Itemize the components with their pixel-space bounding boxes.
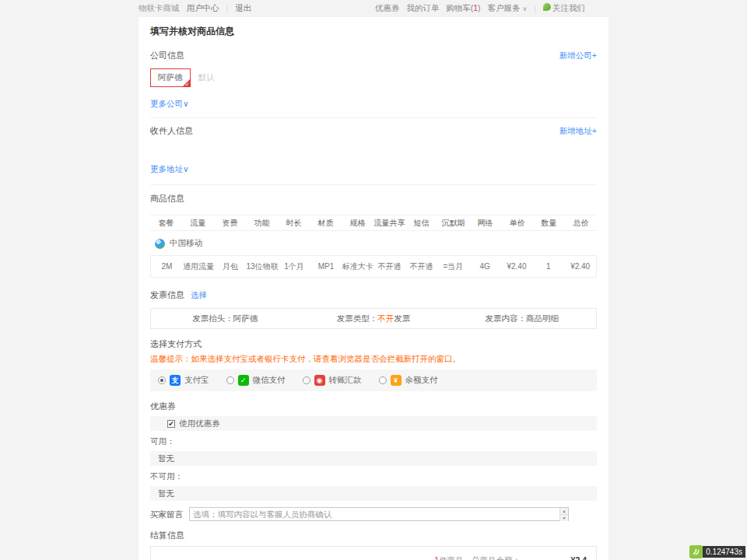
use-coupon-checkbox[interactable]: ✔	[167, 420, 175, 428]
page-title: 填写并核对商品信息	[150, 25, 597, 38]
topbar-divider-2: |	[534, 4, 536, 13]
cart-link[interactable]: 购物车(1)	[446, 3, 480, 14]
wechat-pay-icon: ✓	[238, 375, 249, 386]
company-name: 阿萨德	[158, 72, 183, 82]
coupon-unavailable-label: 不可用：	[150, 471, 597, 482]
invoice-section-label: 发票信息	[150, 289, 184, 301]
address-empty-area	[150, 137, 597, 164]
follow-us-link[interactable]: 关注我们	[543, 3, 585, 14]
invoice-type: 发票类型：不开发票	[300, 313, 448, 324]
more-addresses-link[interactable]: 更多地址∨	[150, 164, 189, 173]
coupon-section-label: 优惠券	[150, 401, 597, 412]
brand-link[interactable]: 物联卡商城	[139, 3, 180, 14]
debug-trace[interactable]: 0.124743s	[689, 545, 745, 558]
payment-option-label: 转账汇款	[329, 375, 362, 386]
payment-option-alipay[interactable]: 支 支付宝	[158, 375, 209, 386]
my-orders-link[interactable]: 我的订单	[406, 3, 439, 14]
coupon-link[interactable]: 优惠券	[375, 3, 400, 14]
user-center-link[interactable]: 用户中心	[187, 3, 219, 14]
chevron-down-icon: ∨	[522, 5, 527, 12]
product-row: 2M通用流量月包13位物联1个月MP1标准大卡不开通不开通=当月4G¥2.401…	[150, 255, 597, 278]
follow-icon	[543, 3, 551, 11]
spinner-up-icon[interactable]: ▲	[560, 508, 568, 515]
payment-option-wechat[interactable]: ✓ 微信支付	[226, 375, 286, 386]
selected-company-card[interactable]: 阿萨德 ✓	[150, 68, 191, 87]
carrier-name: 中国移动	[170, 238, 202, 249]
add-address-link[interactable]: 新增地址+	[559, 126, 597, 137]
buyer-message-input[interactable]	[190, 508, 559, 520]
invoice-choose-link[interactable]: 选择	[191, 290, 207, 301]
spinner-down-icon[interactable]: ▼	[560, 515, 568, 521]
payment-option-label: 微信支付	[253, 375, 286, 386]
invoice-content: 发票内容：商品明细	[447, 313, 596, 324]
payment-section-label: 选择支付方式	[150, 338, 597, 350]
settlement-section-label: 结算信息	[150, 530, 597, 541]
checkout-page: 填写并核对商品信息 公司信息 新增公司+ 阿萨德 ✓ 默认 更多公司∨ 收件人信…	[139, 17, 608, 560]
total-amount: ¥2.4	[521, 552, 587, 560]
china-mobile-icon	[155, 239, 165, 249]
use-coupon-label: 使用优惠券	[179, 418, 220, 429]
topbar: 物联卡商城 用户中心 | 退出 优惠券 我的订单 购物车(1) 客户服务 ∨ |…	[0, 0, 747, 17]
customer-service-menu[interactable]: 客户服务 ∨	[487, 3, 527, 14]
check-icon: ✓	[185, 82, 190, 88]
use-coupon-row: ✔ 使用优惠券	[150, 416, 597, 431]
settlement-box: 1件商品，总商品金额： ¥2.4 运费： 到付 商品优惠： -¥0 获得积分： …	[150, 546, 597, 560]
alipay-icon: 支	[170, 375, 181, 386]
radio-icon[interactable]	[303, 376, 310, 384]
radio-selected-icon[interactable]	[158, 376, 166, 384]
settlement-row-total: 1件商品，总商品金额： ¥2.4	[160, 552, 587, 560]
radio-icon[interactable]	[379, 376, 387, 384]
product-section-label: 商品信息	[150, 193, 597, 205]
coupon-unavailable-value: 暂无	[150, 486, 597, 501]
payment-options: 支 支付宝 ✓ 微信支付 ◉ 转账汇款 ¥ 余额支付	[150, 369, 597, 391]
company-section-label: 公司信息	[150, 50, 184, 61]
bank-transfer-icon: ◉	[314, 375, 325, 386]
payment-option-label: 支付宝	[184, 375, 209, 386]
default-tag: 默认	[198, 72, 215, 83]
buyer-message-field: ▲ ▼	[189, 507, 569, 521]
recipient-section-label: 收件人信息	[150, 125, 193, 137]
coupon-available-label: 可用：	[150, 436, 597, 447]
payment-option-label: 余额支付	[405, 375, 438, 386]
coupon-available-value: 暂无	[150, 451, 597, 466]
topbar-divider: |	[226, 4, 229, 13]
add-company-link[interactable]: 新增公司+	[559, 51, 597, 61]
radio-icon[interactable]	[226, 376, 234, 384]
more-companies-link[interactable]: 更多公司∨	[150, 99, 189, 108]
carrier-row: 中国移动	[155, 238, 597, 249]
payment-tip: 温馨提示：如果选择支付宝或者银行卡支付，请查看浏览器是否会拦截新打开的窗口。	[150, 354, 597, 365]
payment-option-balance[interactable]: ¥ 余额支付	[379, 375, 438, 386]
invoice-title: 发票抬头：阿萨德	[151, 313, 300, 324]
invoice-summary: 发票抬头：阿萨德 发票类型：不开发票 发票内容：商品明细	[150, 308, 597, 329]
page-load-time: 0.124743s	[703, 546, 745, 558]
invoice-type-highlight: 不开	[377, 313, 394, 323]
payment-option-transfer[interactable]: ◉ 转账汇款	[303, 375, 362, 386]
field-spinner: ▲ ▼	[559, 508, 568, 520]
thinkphp-logo-icon[interactable]	[689, 545, 703, 558]
buyer-message-label: 买家留言	[150, 507, 183, 520]
logout-link[interactable]: 退出	[235, 3, 251, 14]
product-table-header: 套餐流量资费功能时长材质规格流量共享短信沉默期网络单价数量总价	[150, 215, 597, 231]
balance-pay-icon: ¥	[391, 375, 402, 386]
